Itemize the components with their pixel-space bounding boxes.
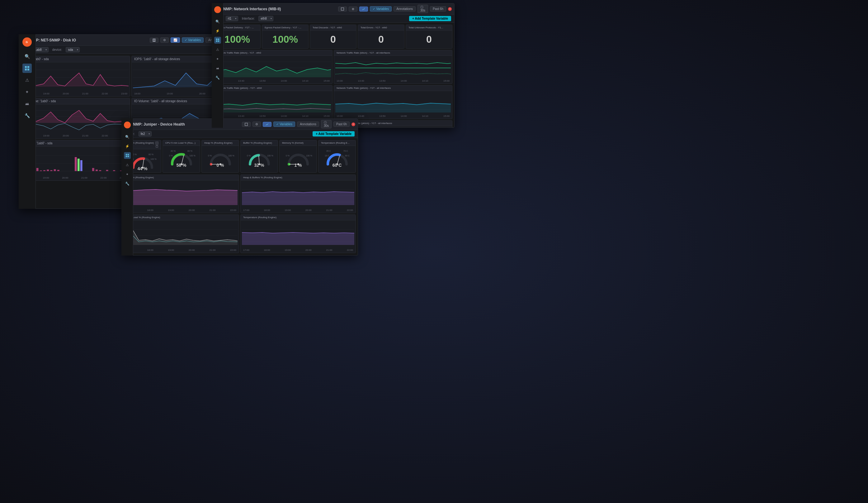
jun-dashboard[interactable] xyxy=(124,152,131,159)
sidebar-dashboard[interactable] xyxy=(22,63,32,73)
sidebar-alert[interactable]: ⚠ xyxy=(22,76,32,85)
jun-search[interactable]: 🔍 xyxy=(124,133,131,140)
disk-device-label: device: xyxy=(52,48,62,51)
iovol-sda-panel: IO Volume: '1ab0' - sda 18:0019:0020:002… xyxy=(21,98,130,139)
net-variables-btn[interactable]: ✓ Variables xyxy=(370,6,392,11)
net-dashboard[interactable] xyxy=(214,37,221,44)
svg-rect-55 xyxy=(75,157,77,171)
gauge-buffer-panel: Buffer % (Routing Engine) 0 % 100 % 32 % xyxy=(240,140,278,173)
net-close-btn[interactable]: ✕ xyxy=(448,7,452,11)
net-pkts-all-chart xyxy=(335,92,451,114)
juniper-grafana-logo[interactable] xyxy=(124,122,131,128)
jun-alert[interactable]: ⚠ xyxy=(124,161,131,168)
net-all-times: 13:3013:4013:5014:0014:1015:00 xyxy=(335,80,451,82)
jun-tools[interactable]: 🔧 xyxy=(124,180,131,187)
trash-icon[interactable] xyxy=(155,144,158,148)
net-eth0-times: 13:3013:4013:5014:0014:1015:00 xyxy=(215,80,331,82)
net-iface-select[interactable]: eth8 xyxy=(258,16,273,21)
svg-rect-11 xyxy=(218,41,219,42)
edit-icon[interactable] xyxy=(155,141,158,144)
jun-cpuload-chart-header: CPU Load % (Routing Engine) xyxy=(124,215,239,220)
net-iface-select-wrap[interactable]: eth8 xyxy=(258,16,273,21)
gauge-buffer-container: 0 % 100 % 32 % xyxy=(241,146,278,169)
gauge-buffer-header: Buffer % (Routing Engine) xyxy=(241,140,278,146)
jun-close-btn[interactable]: ✕ xyxy=(351,122,355,126)
disk-variables-btn[interactable]: ✓ Variables xyxy=(182,37,204,43)
juniper-toolbar: SNMP: Juniper - Device Health ⚙ ✓ Variab… xyxy=(122,119,358,130)
disk-device-select[interactable]: sda xyxy=(66,47,80,52)
jun-variables-btn[interactable]: ✓ Variables xyxy=(273,122,295,127)
jun-temp-times: 17:0018:0019:0020:0021:0022:00 xyxy=(242,249,354,252)
jun-annotations-btn[interactable]: Annotations xyxy=(297,122,319,127)
gauge-heap-panel: Heap % (Routing Engine) 0 % 100 % 0 % xyxy=(202,140,239,173)
disk-device-select-wrap[interactable]: sda xyxy=(66,47,80,52)
disk-save-btn[interactable] xyxy=(150,38,158,43)
sidebar-star[interactable]: ✦ xyxy=(22,87,32,97)
net-pkts-eth0-chart xyxy=(215,92,331,114)
net-host-select-wrap[interactable]: rt1 xyxy=(226,16,238,21)
jun-save-btn[interactable] xyxy=(242,122,251,127)
svg-text:80 %: 80 % xyxy=(148,153,154,155)
svg-rect-58 xyxy=(92,168,94,171)
net-save-btn[interactable] xyxy=(338,7,347,11)
net-annotations-btn[interactable]: Annotations xyxy=(393,6,416,11)
net-tools[interactable]: 🔧 xyxy=(214,74,221,81)
svg-rect-9 xyxy=(218,39,219,40)
stat-unknown: Total Unknown Protocols - Y1... 0 xyxy=(406,24,452,49)
net-crown[interactable] xyxy=(214,65,221,72)
stat-egress-value: 100% xyxy=(262,31,308,48)
net-settings-btn[interactable] xyxy=(349,7,358,11)
sidebar-tools[interactable]: 🔧 xyxy=(22,111,32,120)
network-grafana-logo[interactable] xyxy=(214,6,221,13)
svg-marker-6 xyxy=(25,102,29,105)
net-star[interactable]: ✦ xyxy=(214,56,221,62)
net-host-select[interactable]: rt1 xyxy=(226,16,238,21)
svg-rect-3 xyxy=(28,66,29,68)
svg-rect-23 xyxy=(154,39,155,40)
jun-cpuload-chart-panel: CPU Load % (Routing Engine) 17:0018:0019… xyxy=(124,214,239,253)
juniper-title: SNMP: Juniper - Device Health xyxy=(131,122,240,127)
jun-settings-btn[interactable]: ⚙ xyxy=(252,122,261,127)
gauge-mem-header: Memory % (Kernel) xyxy=(280,140,317,146)
juniper-sidebar: 🔍 ⚡ ⚠ ✦ 🔧 xyxy=(122,119,133,255)
sidebar-crown[interactable] xyxy=(22,99,32,109)
jun-bolt[interactable]: ⚡ xyxy=(124,143,131,150)
disk-settings-btn[interactable]: ⚙ xyxy=(160,37,169,43)
svg-rect-59 xyxy=(95,170,98,171)
svg-marker-12 xyxy=(216,67,219,69)
iops-sda-header: IOPS: '1ab0' - sda xyxy=(21,56,130,62)
network-charts-row1: Network Traffic Rate (bits/s) - Y1T - et… xyxy=(214,50,452,84)
sidebar-search[interactable]: 🔍 xyxy=(22,52,32,61)
net-time-btn[interactable]: 30s xyxy=(417,5,428,13)
stat-discards: Total Discards - Y1T - eth0 0 xyxy=(310,24,356,49)
network-charts-row2: Network Traffic Rate (pkts/s) - Y1T - et… xyxy=(214,85,452,119)
jun-graph-btn[interactable] xyxy=(263,122,271,127)
jun-cpuload-chart-content: 17:0018:0019:0020:0021:0022:00 xyxy=(124,220,239,253)
disk-graph-btn[interactable]: 📈 xyxy=(170,37,180,43)
jun-time-btn[interactable]: 30s xyxy=(321,120,332,128)
net-bolt[interactable]: ⚡ xyxy=(214,28,221,34)
net-search[interactable]: 🔍 xyxy=(214,18,221,25)
grafana-logo[interactable]: G xyxy=(22,37,32,47)
net-range-btn[interactable]: Past 6h xyxy=(430,6,446,11)
gauge-cpu5-panel: CPU 5 min Load % (Rou...) 0 % 100 % 40 %… xyxy=(163,140,200,173)
iovol-sda-header: IO Volume: '1ab0' - sda xyxy=(21,98,130,104)
svg-text:16 C: 16 C xyxy=(325,154,329,157)
jun-device-select[interactable]: fe2 xyxy=(138,131,152,137)
add-template-btn[interactable]: + Add Template Variable xyxy=(409,16,451,21)
jun-device-select-wrap[interactable]: fe2 xyxy=(138,131,152,137)
svg-point-7 xyxy=(216,8,219,11)
jun-cpuload-times: 17:0018:0019:0020:0021:0022:00 xyxy=(125,249,238,252)
gauge-cpu5-value: 58 % xyxy=(176,163,186,168)
jun-temp-chart-svg xyxy=(242,222,354,248)
jun-temp-chart-header: Temperature (Routing Engine) xyxy=(241,215,355,220)
jun-cpu-chart-content: 17:0018:0019:0020:0021:0022:00 xyxy=(124,180,239,213)
jun-star[interactable]: ✦ xyxy=(124,171,131,178)
net-graph-btn[interactable] xyxy=(359,7,368,11)
jun-add-template-btn[interactable]: + Add Template Variable xyxy=(312,131,355,137)
svg-rect-50 xyxy=(43,170,45,171)
jun-range-btn[interactable]: Past 6h xyxy=(333,122,350,127)
ioload-header: IO Load: '1ab0' - sda xyxy=(21,140,128,147)
jun-heap-chart-header: Heap & Buffers % (Routing Engine) xyxy=(241,175,355,180)
net-alert[interactable]: ⚠ xyxy=(214,46,221,53)
